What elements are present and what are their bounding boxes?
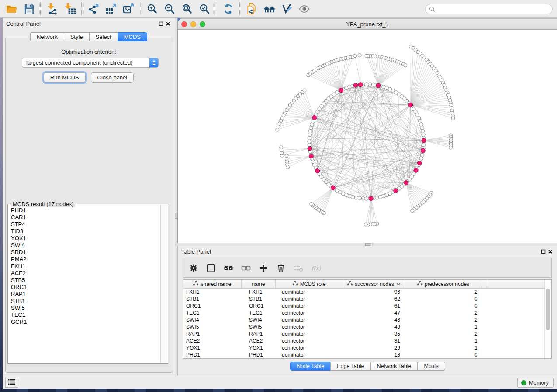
cell-successor-nodes[interactable]: 61	[343, 303, 405, 309]
zoom-selected-button[interactable]	[196, 1, 213, 16]
tab-motifs[interactable]: Motifs	[417, 362, 445, 371]
cell-successor-nodes[interactable]: 18	[343, 352, 405, 358]
table-row[interactable]: ORC1ORC1dominator610	[183, 303, 545, 309]
cell-successor-nodes[interactable]: 29	[343, 345, 405, 351]
import-table-button[interactable]	[61, 1, 79, 16]
apply-style-button[interactable]	[278, 1, 295, 16]
column-header-predecessor-nodes[interactable]: predecessor nodes	[405, 280, 481, 288]
cell-mcds-role[interactable]: dominator	[276, 317, 343, 323]
search-input[interactable]	[425, 4, 553, 14]
cell-shared-name[interactable]: RAP1	[183, 331, 242, 337]
table-row[interactable]: TEC1TEC1connector472	[183, 309, 545, 316]
cell-name[interactable]: PHD1	[242, 352, 276, 358]
cell-predecessor-nodes[interactable]: 0	[405, 352, 481, 358]
save-session-button[interactable]	[20, 1, 38, 16]
table-row[interactable]: SWI5SWI5connector431	[183, 323, 545, 330]
cell-predecessor-nodes[interactable]: 0	[405, 303, 481, 309]
cell-mcds-role[interactable]: connector	[276, 338, 343, 344]
cell-name[interactable]: TEC1	[242, 310, 276, 316]
column-header-name[interactable]: name	[242, 280, 276, 288]
table-row[interactable]: RAP1RAP1dominator352	[183, 330, 545, 337]
mcds-result-item[interactable]: PMA2	[8, 256, 161, 263]
hide-preview-button[interactable]	[295, 1, 313, 16]
cell-shared-name[interactable]: ACE2	[183, 338, 242, 344]
close-panel-icon[interactable]	[164, 20, 171, 27]
import-network-button[interactable]	[44, 1, 61, 16]
mcds-result-item[interactable]: TID3	[8, 228, 161, 235]
cell-mcds-role[interactable]: connector	[276, 345, 343, 351]
table-row[interactable]: STB1STB1dominator620	[183, 296, 545, 303]
cell-predecessor-nodes[interactable]: 1	[405, 345, 481, 351]
tab-network-table[interactable]: Network Table	[370, 362, 418, 371]
cell-successor-nodes[interactable]: 47	[343, 310, 405, 316]
select-all-rows-button[interactable]	[223, 262, 234, 274]
tab-network[interactable]: Network	[30, 32, 64, 41]
zoom-in-button[interactable]	[143, 1, 161, 16]
mcds-list-scrollbar[interactable]	[160, 205, 167, 363]
cell-mcds-role[interactable]: dominator	[276, 303, 343, 309]
mcds-result-item[interactable]: STB5	[8, 277, 161, 284]
mcds-result-item[interactable]: ACE2	[8, 270, 161, 277]
mcds-result-item[interactable]: STB1	[8, 298, 161, 305]
cell-predecessor-nodes[interactable]: 1	[405, 338, 481, 344]
table-row[interactable]: FKH1FKH1dominator962	[183, 289, 545, 296]
mcds-result-item[interactable]: GCR1	[8, 319, 161, 326]
cell-predecessor-nodes[interactable]: 2	[405, 289, 481, 295]
network-home-search-button[interactable]	[260, 1, 278, 16]
cell-successor-nodes[interactable]: 46	[343, 317, 405, 323]
cell-name[interactable]: STB1	[242, 296, 276, 302]
mcds-result-item[interactable]: SWI5	[8, 305, 161, 312]
cell-predecessor-nodes[interactable]: 1	[405, 324, 481, 330]
cell-shared-name[interactable]: STB1	[183, 296, 242, 302]
cell-name[interactable]: ACE2	[242, 338, 276, 344]
table-row[interactable]: SWI4SWI4dominator462	[183, 316, 545, 323]
cell-predecessor-nodes[interactable]: 2	[405, 331, 481, 337]
cell-predecessor-nodes[interactable]: 2	[405, 317, 481, 323]
zoom-out-button[interactable]	[161, 1, 178, 16]
mcds-result-item[interactable]: STP4	[8, 221, 161, 228]
column-header-successor-nodes[interactable]: successor nodes	[343, 280, 405, 288]
tab-mcds[interactable]: MCDS	[118, 32, 147, 41]
cell-mcds-role[interactable]: connector	[276, 324, 343, 330]
mcds-result-item[interactable]: ORC1	[8, 284, 161, 291]
tab-style[interactable]: Style	[64, 32, 90, 41]
export-table-button[interactable]	[102, 1, 120, 16]
cell-shared-name[interactable]: ORC1	[183, 303, 242, 309]
table-row[interactable]: YOX1YOX1connector291	[183, 344, 545, 351]
deselect-all-rows-button[interactable]	[240, 262, 252, 274]
open-file-button[interactable]	[3, 1, 20, 16]
cell-name[interactable]: ORC1	[242, 303, 276, 309]
cell-predecessor-nodes[interactable]: 0	[405, 296, 481, 302]
table-settings-button[interactable]	[188, 262, 199, 274]
cell-name[interactable]: FKH1	[242, 289, 276, 295]
close-panel-icon[interactable]	[547, 248, 554, 255]
mcds-result-item[interactable]: SWI4	[8, 242, 161, 249]
network-window-titlebar[interactable]: YPA_prune.txt_1	[178, 18, 557, 30]
delete-columns-button[interactable]	[275, 262, 287, 274]
cell-mcds-role[interactable]: dominator	[276, 331, 343, 337]
run-mcds-button[interactable]: Run MCDS	[44, 72, 86, 83]
cell-shared-name[interactable]: TEC1	[183, 310, 242, 316]
network-canvas[interactable]	[178, 30, 557, 243]
mcds-result-item[interactable]: RAP1	[8, 291, 161, 298]
cell-name[interactable]: RAP1	[242, 331, 276, 337]
cell-predecessor-nodes[interactable]: 2	[405, 310, 481, 316]
cell-mcds-role[interactable]: dominator	[276, 296, 343, 302]
mcds-result-item[interactable]: YOX1	[8, 235, 161, 242]
mcds-result-list[interactable]: PHD1CAR1STP4TID3YOX1SWI4SRD1PMA2FKH1ACE2…	[8, 207, 161, 363]
float-panel-icon[interactable]	[540, 248, 547, 255]
cell-successor-nodes[interactable]: 43	[343, 324, 405, 330]
tab-node-table[interactable]: Node Table	[290, 362, 331, 371]
cell-mcds-role[interactable]: connector	[276, 310, 343, 316]
add-column-button[interactable]	[258, 262, 269, 274]
tab-edge-table[interactable]: Edge Table	[330, 362, 370, 371]
cell-successor-nodes[interactable]: 62	[343, 296, 405, 302]
column-header-shared-name[interactable]: shared name	[183, 280, 242, 288]
tab-select[interactable]: Select	[89, 32, 118, 41]
mcds-result-item[interactable]: TEC1	[8, 312, 161, 319]
cell-name[interactable]: SWI5	[242, 324, 276, 330]
cell-name[interactable]: SWI4	[242, 317, 276, 323]
column-header-mcds-role[interactable]: MCDS role	[276, 280, 343, 288]
network-graph[interactable]	[178, 30, 557, 243]
scrollbar-thumb[interactable]	[546, 289, 550, 330]
